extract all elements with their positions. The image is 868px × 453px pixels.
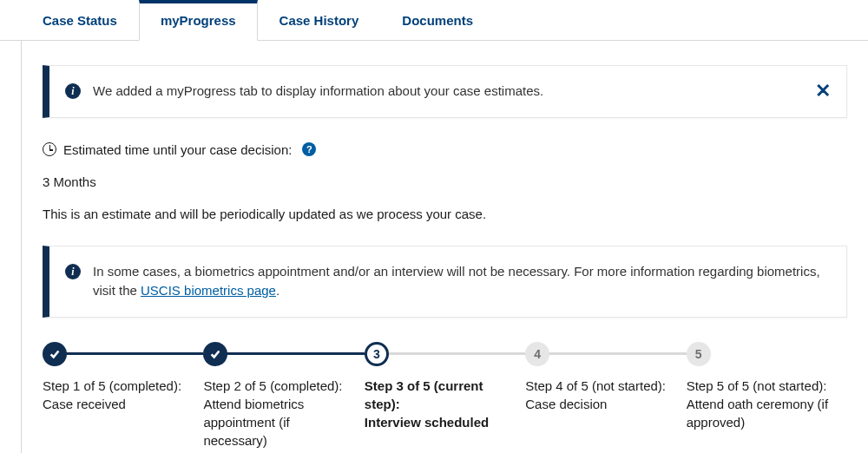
estimate-row: Estimated time until your case decision:…	[43, 142, 847, 157]
biometrics-banner-text: In some cases, a biometrics appointment …	[93, 262, 831, 301]
info-icon: i	[65, 264, 81, 279]
biometrics-banner: i In some cases, a biometrics appointmen…	[43, 246, 847, 318]
step-1-title: Step 1 of 5 (completed):	[43, 377, 191, 395]
tab-myprogress[interactable]: myProgress	[139, 0, 258, 41]
estimate-label: Estimated time until your case decision:	[63, 142, 292, 157]
progress-stepper: Step 1 of 5 (completed): Case received S…	[43, 342, 847, 454]
check-icon	[49, 348, 61, 360]
help-icon[interactable]: ?	[302, 142, 316, 156]
step-1-desc: Case received	[43, 395, 191, 413]
check-icon	[209, 348, 221, 360]
step-3-marker: 3	[365, 342, 389, 366]
step-4-title: Step 4 of 5 (not started):	[525, 377, 674, 395]
step-3: 3 Step 3 of 5 (current step): Interview …	[365, 342, 525, 450]
step-5-desc: Attend oath ceremony (if approved)	[687, 395, 835, 431]
tab-documents[interactable]: Documents	[380, 0, 495, 40]
biometrics-text-suffix: .	[276, 283, 279, 298]
step-connector	[549, 352, 686, 355]
intro-banner-text: We added a myProgress tab to display inf…	[93, 82, 805, 102]
intro-banner: i We added a myProgress tab to display i…	[43, 65, 847, 118]
tab-case-status[interactable]: Case Status	[21, 0, 139, 40]
info-icon: i	[65, 83, 81, 99]
step-2-marker	[203, 342, 227, 366]
step-1-marker	[43, 342, 67, 366]
step-connector	[227, 352, 364, 355]
tab-case-history[interactable]: Case History	[258, 0, 381, 40]
step-2-title: Step 2 of 5 (completed):	[203, 377, 352, 395]
clock-icon	[43, 142, 56, 156]
step-4-marker: 4	[525, 342, 549, 366]
step-connector	[66, 352, 203, 355]
tab-bar: Case Status myProgress Case History Docu…	[0, 0, 868, 41]
step-2-desc: Attend biometrics appointment (if necess…	[203, 395, 352, 450]
estimate-value: 3 Months	[43, 174, 847, 189]
step-3-desc: Interview scheduled	[365, 413, 513, 431]
biometrics-link[interactable]: USCIS biometrics page	[141, 283, 276, 298]
step-5: 5 Step 5 of 5 (not started): Attend oath…	[687, 342, 847, 450]
myprogress-content: i We added a myProgress tab to display i…	[21, 41, 868, 453]
step-1: Step 1 of 5 (completed): Case received	[43, 342, 203, 450]
estimate-note: This is an estimate and will be periodic…	[43, 207, 847, 221]
step-4: 4 Step 4 of 5 (not started): Case decisi…	[525, 342, 686, 450]
step-2: Step 2 of 5 (completed): Attend biometri…	[203, 342, 364, 450]
step-5-marker: 5	[687, 342, 711, 366]
step-connector	[388, 352, 525, 355]
step-3-title: Step 3 of 5 (current step):	[365, 377, 513, 413]
close-icon[interactable]: ✕	[815, 82, 831, 101]
step-5-title: Step 5 of 5 (not started):	[687, 377, 835, 395]
step-4-desc: Case decision	[525, 395, 674, 413]
